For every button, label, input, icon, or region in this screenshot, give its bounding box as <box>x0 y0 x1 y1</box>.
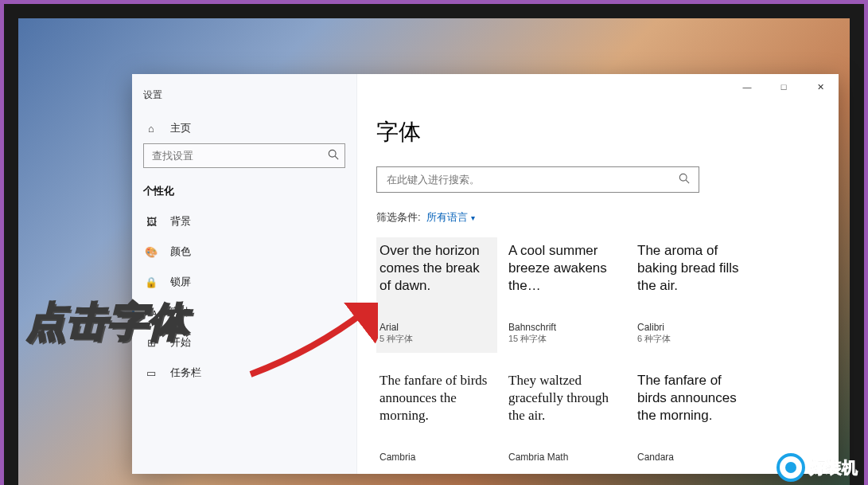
arrow-icon <box>235 303 378 382</box>
minimize-button[interactable]: — <box>729 74 765 100</box>
sidebar-home[interactable]: ⌂ 主页 <box>132 113 356 143</box>
sidebar-search <box>143 143 345 168</box>
font-grid: Over the horizon comes the break of dawn… <box>376 237 823 471</box>
font-sample: The fanfare of birds announces the morni… <box>637 372 752 445</box>
page-title: 字体 <box>376 117 823 147</box>
font-card-calibri[interactable]: The aroma of baking bread fills the air.… <box>634 237 755 353</box>
font-card-candara[interactable]: The fanfare of birds announces the morni… <box>634 367 755 471</box>
filter-label: 筛选条件: <box>376 210 421 225</box>
sidebar-item-colors[interactable]: 🎨 颜色 <box>132 237 356 267</box>
sidebar: 设置 ⌂ 主页 个性化 🖼 背景 🎨 <box>132 74 357 474</box>
taskbar-icon: ▭ <box>143 367 159 379</box>
sidebar-category: 个性化 <box>132 173 356 206</box>
sidebar-item-label: 任务栏 <box>170 366 201 380</box>
watermark-text: 好装机 <box>810 457 858 479</box>
svg-line-3 <box>686 180 689 183</box>
font-name: Candara <box>637 452 752 463</box>
search-icon <box>679 173 690 187</box>
app-title: 设置 <box>132 88 356 113</box>
font-card-cambria[interactable]: The fanfare of birds announces the morni… <box>376 367 497 471</box>
font-sample: They waltzed gracefully through the air. <box>508 372 623 445</box>
sidebar-home-label: 主页 <box>170 121 191 135</box>
home-icon: ⌂ <box>143 123 159 135</box>
main-content: — □ ✕ 字体 筛选条件: 所有语言 ▾ <box>357 74 839 474</box>
overlay-caption: 点击字体 <box>26 295 189 349</box>
sidebar-item-label: 锁屏 <box>170 275 191 289</box>
window-controls: — □ ✕ <box>729 74 839 100</box>
maximize-button[interactable]: □ <box>765 74 802 100</box>
watermark: 好装机 <box>777 453 858 482</box>
sidebar-item-lockscreen[interactable]: 🔒 锁屏 <box>132 267 356 297</box>
svg-point-2 <box>679 174 687 181</box>
font-name: Calibri <box>637 322 752 333</box>
picture-icon: 🖼 <box>143 216 159 228</box>
font-sample: Over the horizon comes the break of dawn… <box>380 242 494 315</box>
filter-row: 筛选条件: 所有语言 ▾ <box>376 210 823 225</box>
font-sample: The aroma of baking bread fills the air. <box>637 242 752 315</box>
font-name: Arial <box>380 322 494 333</box>
filter-value: 所有语言 <box>426 210 468 225</box>
sidebar-item-label: 颜色 <box>170 244 191 259</box>
font-card-bahnschrift[interactable]: A cool summer breeze awakens the… Bahnsc… <box>505 237 626 353</box>
lock-icon: 🔒 <box>143 276 159 288</box>
sidebar-item-background[interactable]: 🖼 背景 <box>132 206 356 237</box>
font-name: Cambria <box>380 452 494 463</box>
font-card-arial[interactable]: Over the horizon comes the break of dawn… <box>376 237 497 353</box>
font-count: 6 种字体 <box>637 333 752 345</box>
svg-point-0 <box>329 150 336 157</box>
font-name: Bahnschrift <box>508 322 623 333</box>
font-name: Cambria Math <box>508 452 623 463</box>
chevron-down-icon: ▾ <box>471 213 475 222</box>
settings-window: 设置 ⌂ 主页 个性化 🖼 背景 🎨 <box>132 74 839 474</box>
font-count: 15 种字体 <box>508 333 623 345</box>
palette-icon: 🎨 <box>143 246 159 258</box>
font-count: 5 种字体 <box>380 333 494 345</box>
sidebar-search-input[interactable] <box>143 143 345 168</box>
font-card-cambria-math[interactable]: They waltzed gracefully through the air.… <box>505 367 626 471</box>
font-sample: The fanfare of birds announces the morni… <box>380 372 494 445</box>
search-icon <box>328 149 339 163</box>
watermark-logo-icon <box>777 453 805 482</box>
close-button[interactable]: ✕ <box>802 74 839 100</box>
font-search <box>376 166 823 193</box>
font-search-input[interactable] <box>376 166 699 193</box>
svg-line-1 <box>335 156 338 159</box>
font-sample: A cool summer breeze awakens the… <box>508 242 623 315</box>
filter-dropdown[interactable]: 所有语言 ▾ <box>426 210 475 225</box>
sidebar-item-label: 背景 <box>170 214 191 229</box>
